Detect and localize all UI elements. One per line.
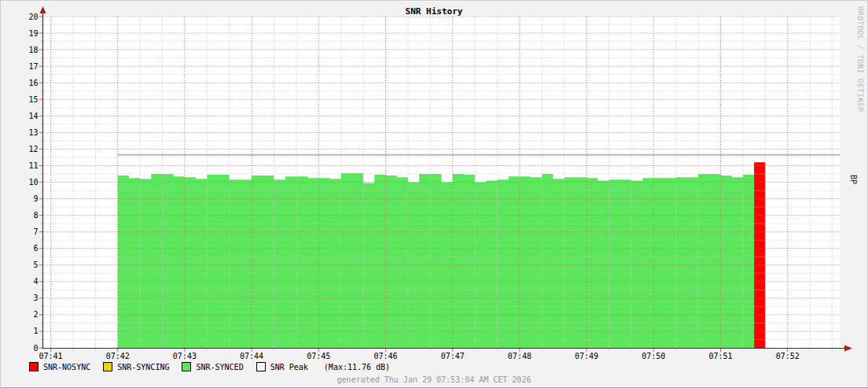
y-tick-label: 7	[33, 227, 38, 236]
y-tick-label: 0	[33, 344, 38, 353]
x-tick-label: 07:46	[373, 352, 397, 360]
x-tick-label: 07:51	[708, 352, 732, 360]
generated-timestamp: generated Thu Jan 29 07:53:04 AM CET 202…	[1, 375, 867, 384]
x-tick-label: 07:49	[575, 352, 598, 360]
y-tick-label: 16	[28, 79, 38, 87]
snr-chart-canvas: 0123456789101112131415161718192007:4107:…	[1, 1, 868, 388]
x-tick-label: 07:41	[39, 352, 62, 360]
legend-label-snr-nosync: SNR-NOSYNC	[43, 363, 90, 371]
x-tick-label: 07:48	[508, 352, 531, 360]
legend-swatch-snr-peak	[256, 362, 266, 371]
legend-label-snr-peak: SNR Peak	[270, 363, 308, 371]
legend-swatch-snr-synced	[182, 362, 191, 371]
y-axis-arrow-icon	[40, 6, 46, 13]
y-tick-label: 20	[28, 13, 38, 21]
y-tick-label: 2	[33, 310, 38, 319]
x-axis-arrow-icon	[844, 346, 852, 352]
y-tick-label: 19	[28, 29, 38, 38]
y-tick-label: 9	[33, 194, 38, 203]
legend-item-snr-peak: SNR Peak	[256, 362, 308, 371]
legend: SNR-NOSYNC SNR-SYNCING SNR-SYNCED SNR Pe…	[29, 362, 390, 371]
y-tick-label: 4	[33, 277, 38, 286]
legend-label-snr-synced: SNR-SYNCED	[196, 363, 243, 371]
legend-swatch-snr-nosync	[29, 362, 39, 371]
y-tick-label: 15	[28, 95, 38, 104]
x-tick-label: 07:42	[106, 352, 130, 360]
y-tick-label: 6	[33, 244, 38, 253]
legend-max-note: (Max:11.76 dB)	[324, 363, 390, 371]
rrd-graph: SNR History 0123456789101112131415161718…	[0, 0, 868, 388]
y-tick-label: 12	[28, 145, 38, 153]
x-tick-label: 07:47	[441, 352, 465, 360]
y-tick-label: 8	[33, 211, 38, 220]
y-tick-label: 5	[33, 261, 38, 269]
y-tick-label: 17	[28, 62, 38, 71]
x-tick-label: 07:45	[307, 352, 330, 360]
y-tick-label: 3	[33, 294, 38, 302]
x-tick-label: 07:50	[642, 352, 665, 360]
y-tick-label: 10	[28, 178, 38, 187]
y-tick-label: 11	[28, 161, 38, 170]
legend-swatch-snr-syncing	[103, 362, 112, 371]
x-tick-label: 07:52	[776, 352, 800, 360]
rrdtool-watermark: RRDTOOL / TOBI OETIKER	[856, 6, 865, 113]
y-tick-label: 1	[33, 327, 38, 335]
legend-label-snr-syncing: SNR-SYNCING	[117, 363, 169, 371]
x-tick-label: 07:44	[240, 352, 263, 360]
y-tick-label: 14	[28, 112, 38, 120]
x-tick-label: 07:43	[173, 352, 197, 360]
legend-item-snr-nosync: SNR-NOSYNC	[29, 362, 90, 371]
y-tick-label: 18	[28, 46, 38, 54]
legend-item-snr-syncing: SNR-SYNCING	[103, 362, 169, 371]
y-tick-label: 13	[28, 128, 38, 137]
series-snr-synced	[118, 173, 754, 348]
right-axis-label-bp: BP	[849, 175, 858, 184]
legend-item-snr-synced: SNR-SYNCED	[182, 362, 243, 371]
